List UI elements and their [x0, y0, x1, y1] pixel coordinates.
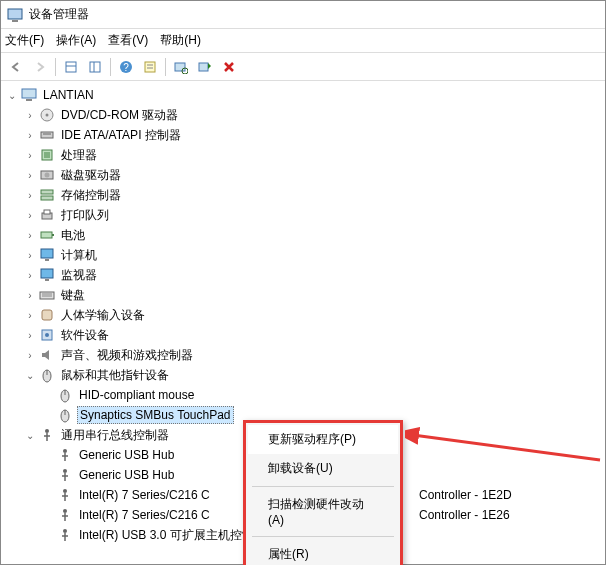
expander-icon[interactable]: ›	[23, 330, 37, 341]
expander-icon[interactable]: ›	[23, 170, 37, 181]
scan-hardware-button[interactable]	[170, 56, 192, 78]
tree-category-label: 打印队列	[59, 206, 111, 225]
tree-category-mouse[interactable]: ⌄鼠标和其他指针设备	[1, 365, 605, 385]
expander-icon[interactable]: ›	[23, 250, 37, 261]
svg-rect-13	[199, 63, 208, 71]
expander-icon[interactable]: ›	[23, 110, 37, 121]
forward-button[interactable]	[29, 56, 51, 78]
svg-rect-8	[145, 62, 155, 72]
tree-category-cpu[interactable]: ›处理器	[1, 145, 605, 165]
svg-rect-31	[45, 259, 49, 261]
usb-icon	[57, 507, 73, 523]
tree-category-printq[interactable]: ›打印队列	[1, 205, 605, 225]
tree-category-hid[interactable]: ›人体学输入设备	[1, 305, 605, 325]
tree-device-label: Generic USB Hub	[77, 447, 176, 463]
tree-category-label: 声音、视频和游戏控制器	[59, 346, 195, 365]
context-menu: 更新驱动程序(P) 卸载设备(U) 扫描检测硬件改动(A) 属性(R)	[243, 420, 403, 565]
tree-category-storage[interactable]: ›存储控制器	[1, 185, 605, 205]
svg-rect-2	[66, 62, 76, 72]
tree-category-battery[interactable]: ›电池	[1, 225, 605, 245]
tree-device[interactable]: HID-compliant mouse	[1, 385, 605, 405]
usb-icon	[39, 427, 55, 443]
expander-icon[interactable]: ›	[23, 350, 37, 361]
svg-point-17	[46, 114, 49, 117]
menu-help[interactable]: 帮助(H)	[160, 32, 201, 49]
tree-category-ide[interactable]: ›IDE ATA/ATAPI 控制器	[1, 125, 605, 145]
svg-point-46	[45, 429, 49, 433]
ctx-separator	[252, 486, 394, 487]
back-button[interactable]	[5, 56, 27, 78]
svg-rect-14	[22, 89, 36, 98]
toolbar: ?	[1, 53, 605, 81]
tree-category-label: 人体学输入设备	[59, 306, 147, 325]
expander-icon[interactable]: ›	[23, 190, 37, 201]
mouse-icon	[57, 407, 73, 423]
toolbar-btn-1[interactable]	[60, 56, 82, 78]
svg-rect-0	[8, 9, 22, 19]
expander-icon[interactable]: ›	[23, 270, 37, 281]
tree-category-monitor[interactable]: ›监视器	[1, 265, 605, 285]
tree-category-label: 键盘	[59, 286, 87, 305]
disc-icon	[39, 107, 55, 123]
menu-view[interactable]: 查看(V)	[108, 32, 148, 49]
usb-icon	[57, 527, 73, 543]
tree-category-disk[interactable]: ›磁盘驱动器	[1, 165, 605, 185]
tree-device-label: HID-compliant mouse	[77, 387, 196, 403]
tree-category-audio[interactable]: ›声音、视频和游戏控制器	[1, 345, 605, 365]
hid-icon	[39, 307, 55, 323]
help-button[interactable]: ?	[115, 56, 137, 78]
tree-category-label: 电池	[59, 226, 87, 245]
tree-category-label: DVD/CD-ROM 驱动器	[59, 106, 180, 125]
tree-category-label: 通用串行总线控制器	[59, 426, 171, 445]
tree-category-software[interactable]: ›软件设备	[1, 325, 605, 345]
tree-root-label: LANTIAN	[41, 87, 96, 103]
svg-point-55	[63, 489, 67, 493]
svg-rect-33	[45, 279, 49, 281]
tree-device-label: Synaptics SMBus TouchPad	[77, 406, 234, 424]
uninstall-button[interactable]	[218, 56, 240, 78]
menu-action[interactable]: 操作(A)	[56, 32, 96, 49]
svg-rect-29	[52, 234, 54, 236]
window-title: 设备管理器	[29, 6, 89, 23]
ctx-properties[interactable]: 属性(R)	[248, 540, 398, 565]
svg-point-61	[63, 529, 67, 533]
expander-icon[interactable]: ›	[23, 290, 37, 301]
usb-icon	[57, 487, 73, 503]
svg-point-23	[45, 173, 50, 178]
storage-icon	[39, 187, 55, 203]
ctx-scan[interactable]: 扫描检测硬件改动(A)	[248, 490, 398, 533]
expander-icon[interactable]: ›	[23, 210, 37, 221]
tree-category-computer[interactable]: ›计算机	[1, 245, 605, 265]
tree-category-label: 软件设备	[59, 326, 111, 345]
svg-text:?: ?	[123, 62, 129, 73]
expander-icon[interactable]: ›	[23, 310, 37, 321]
menu-file[interactable]: 文件(F)	[5, 32, 44, 49]
tree-category-label: 鼠标和其他指针设备	[59, 366, 171, 385]
properties-button[interactable]	[139, 56, 161, 78]
expander-icon[interactable]: ›	[23, 130, 37, 141]
tree-device-label: Intel(R) 7 Series/C216 C	[77, 507, 212, 523]
ctx-update-driver[interactable]: 更新驱动程序(P)	[248, 425, 398, 454]
battery-icon	[39, 227, 55, 243]
expander-icon[interactable]: ›	[23, 150, 37, 161]
svg-rect-18	[41, 132, 53, 138]
expander-icon[interactable]: ⌄	[23, 370, 37, 381]
ctx-separator	[252, 536, 394, 537]
svg-rect-28	[41, 232, 52, 238]
svg-rect-37	[42, 310, 52, 320]
expander-icon[interactable]: ⌄	[23, 430, 37, 441]
disk-icon	[39, 167, 55, 183]
update-driver-button[interactable]	[194, 56, 216, 78]
tree-category-label: IDE ATA/ATAPI 控制器	[59, 126, 183, 145]
tree-category-keyboard[interactable]: ›键盘	[1, 285, 605, 305]
ctx-uninstall[interactable]: 卸载设备(U)	[248, 454, 398, 483]
svg-point-49	[63, 449, 67, 453]
toolbar-btn-2[interactable]	[84, 56, 106, 78]
svg-point-52	[63, 469, 67, 473]
expander-icon[interactable]: ›	[23, 230, 37, 241]
svg-rect-11	[175, 63, 185, 71]
expander-icon[interactable]: ⌄	[5, 90, 19, 101]
tree-category-dvd[interactable]: ›DVD/CD-ROM 驱动器	[1, 105, 605, 125]
svg-rect-30	[41, 249, 53, 258]
tree-root[interactable]: ⌄ LANTIAN	[1, 85, 605, 105]
